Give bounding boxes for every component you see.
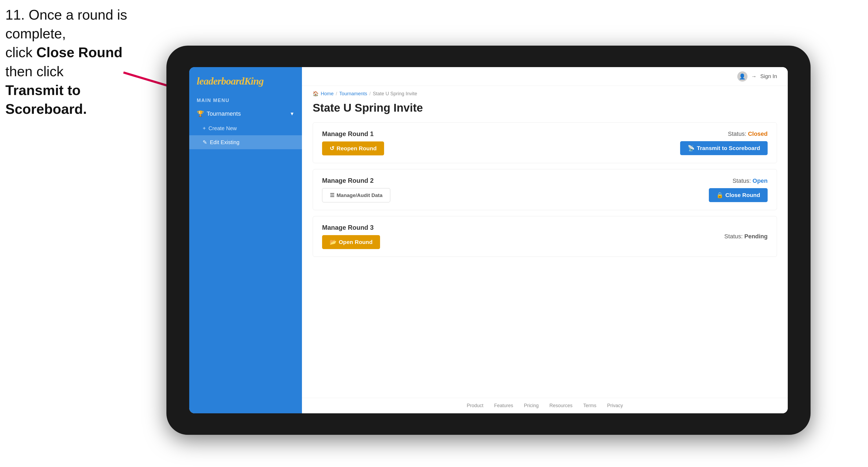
sign-in-arrow-icon: → [751,73,756,80]
sidebar: leaderboardKing MAIN MENU 🏆 Tournaments … [189,67,302,413]
round-2-status: Status: Open [733,178,768,184]
avatar: 👤 [737,71,747,82]
footer-terms[interactable]: Terms [583,403,596,408]
page-body: State U Spring Invite Manage Round 1 ↺ R… [302,99,788,398]
round-1-card: Manage Round 1 ↺ Reopen Round Status: Cl… [313,122,777,163]
sidebar-item-tournaments[interactable]: 🏆 Tournaments ▼ [189,106,302,122]
trophy-icon: 🏆 [197,110,204,117]
round-2-title: Manage Round 2 [322,177,390,184]
sign-in-area[interactable]: 👤 → Sign In [737,71,777,82]
main-content: 👤 → Sign In 🏠 Home / Tournaments / State… [302,67,788,413]
app-layout: leaderboardKing MAIN MENU 🏆 Tournaments … [189,67,788,413]
round-3-right: Status: Pending [724,233,768,240]
sidebar-logo: leaderboardKing [189,67,302,92]
round-1-status: Status: Closed [728,130,768,137]
round-3-status: Status: Pending [724,233,768,240]
reopen-icon: ↺ [330,145,334,152]
main-menu-label: MAIN MENU [189,95,302,106]
reopen-round-button[interactable]: ↺ Reopen Round [322,142,384,155]
plus-icon: + [203,125,206,131]
round-2-left: Manage Round 2 ☰ Manage/Audit Data [322,177,390,203]
open-round-button[interactable]: 📂 Open Round [322,235,380,249]
round-1-right: Status: Closed 📡 Transmit to Scoreboard [680,130,768,155]
sidebar-item-create-new[interactable]: + Create New [189,122,302,135]
footer-pricing[interactable]: Pricing [524,403,539,408]
footer-resources[interactable]: Resources [550,403,572,408]
round-3-card: Manage Round 3 📂 Open Round Status: Pend… [313,216,777,257]
app-footer: Product Features Pricing Resources Terms… [302,398,788,413]
sidebar-item-edit-existing[interactable]: ✎ Edit Existing [189,135,302,149]
transmit-to-scoreboard-button[interactable]: 📡 Transmit to Scoreboard [680,141,768,155]
lock-icon: 🔒 [716,192,723,198]
instruction-text: 11. Once a round is complete, click Clos… [5,5,140,118]
round-3-left: Manage Round 3 📂 Open Round [322,224,380,249]
round-2-card: Manage Round 2 ☰ Manage/Audit Data Statu… [313,169,777,210]
footer-features[interactable]: Features [494,403,513,408]
breadcrumb-home[interactable]: Home [321,91,334,97]
edit-icon: ✎ [203,139,207,146]
tablet-device: leaderboardKing MAIN MENU 🏆 Tournaments … [166,45,811,435]
round-1-title: Manage Round 1 [322,130,384,138]
top-nav: 👤 → Sign In [302,67,788,86]
footer-product[interactable]: Product [467,403,484,408]
round-1-left: Manage Round 1 ↺ Reopen Round [322,130,384,155]
close-round-button[interactable]: 🔒 Close Round [709,188,768,202]
breadcrumb: 🏠 Home / Tournaments / State U Spring In… [302,86,788,99]
footer-privacy[interactable]: Privacy [607,403,623,408]
transmit-icon: 📡 [688,145,694,151]
home-icon: 🏠 [313,91,318,97]
sidebar-menu: MAIN MENU 🏆 Tournaments ▼ + Create New ✎… [189,92,302,152]
logo: leaderboardKing [197,75,294,87]
table-icon: ☰ [330,192,334,198]
breadcrumb-current: State U Spring Invite [373,91,417,97]
round-3-title: Manage Round 3 [322,224,380,231]
round-2-right: Status: Open 🔒 Close Round [709,178,768,202]
tablet-screen: leaderboardKing MAIN MENU 🏆 Tournaments … [189,67,788,413]
breadcrumb-tournaments[interactable]: Tournaments [339,91,367,97]
folder-open-icon: 📂 [330,239,337,245]
chevron-down-icon: ▼ [289,111,294,117]
page-title: State U Spring Invite [313,101,777,114]
manage-audit-data-button[interactable]: ☰ Manage/Audit Data [322,188,390,203]
